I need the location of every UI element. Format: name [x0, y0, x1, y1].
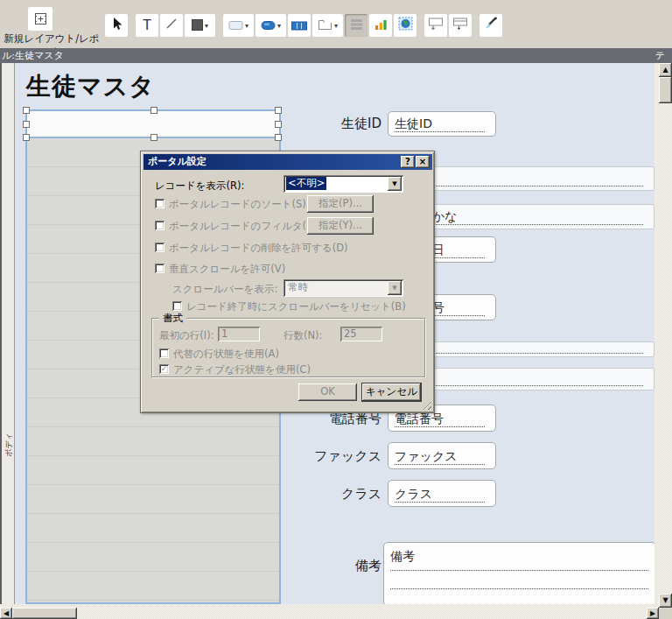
selection-handle[interactable] — [23, 121, 30, 128]
sort-specify-button[interactable]: 指定(P)... — [307, 195, 374, 213]
new-layout-report-button[interactable] — [28, 7, 52, 31]
insert-part-tool-button[interactable] — [449, 14, 472, 37]
scroll-right-button[interactable]: ▶ — [647, 608, 659, 619]
show-records-combobox[interactable]: <不明> ▼ — [284, 175, 403, 193]
phone-field-text: 電話番号 — [395, 411, 485, 427]
vertical-scrollbar[interactable]: ▲ ▼ — [659, 63, 672, 608]
chart-tool-button[interactable] — [369, 14, 392, 37]
text-tool-button[interactable]: T — [136, 14, 158, 37]
insert-part-icon — [452, 17, 468, 34]
button-tool-button[interactable]: ▾ — [256, 14, 286, 37]
field-tool-button[interactable]: ▾ — [223, 14, 254, 37]
selection-handle[interactable] — [150, 107, 158, 114]
combo-dropdown-button[interactable]: ▼ — [388, 281, 402, 295]
fax-label[interactable]: ファックス — [303, 448, 382, 465]
shape-icon — [192, 18, 203, 34]
filter-checkbox[interactable] — [155, 221, 164, 230]
format-painter-tool-button[interactable] — [480, 14, 502, 37]
format-group-label: 書式 — [159, 312, 186, 325]
kana-field-text: かな — [432, 209, 643, 225]
filter-specify-button[interactable]: 指定(Y)... — [307, 217, 374, 235]
student-id-field[interactable]: 生徒ID — [388, 111, 496, 137]
right-arrow-icon: ▶ — [650, 609, 655, 617]
allow-delete-checkbox[interactable] — [155, 243, 164, 252]
tab-control-icon — [318, 18, 332, 34]
button-bar-icon — [291, 18, 307, 34]
active-row-label: アクティブな行状態を使用(C) — [173, 363, 311, 376]
close-button[interactable]: × — [416, 156, 430, 168]
combo-down-arrow-icon: ▼ — [392, 285, 396, 292]
image-tool-button[interactable] — [394, 14, 416, 37]
button-bar-tool-button[interactable] — [288, 14, 311, 37]
shape-tool-button[interactable]: ▾ — [185, 14, 215, 37]
reset-scrollbar-checkbox[interactable] — [172, 301, 182, 311]
combo-dropdown-button[interactable]: ▼ — [388, 177, 402, 191]
format-groupbox: 書式 最初の行(I): 1 行数(N): 25 代替の行状態を使用(A) ✓ ア… — [151, 318, 425, 377]
first-row-input[interactable]: 1 — [218, 327, 260, 341]
selection-handle[interactable] — [23, 107, 30, 114]
show-records-label: レコードを表示(R): — [155, 179, 244, 193]
fax-field[interactable]: ファックス — [388, 442, 496, 469]
status-left-text: ル:生徒マスタ — [2, 48, 64, 63]
student-id-label[interactable]: 生徒ID — [303, 116, 382, 132]
scrollbar-show-value: 常時 — [286, 281, 310, 294]
vertical-scroll-label: 垂直スクロールを許可(V) — [169, 263, 285, 276]
select-tool-button[interactable] — [105, 14, 128, 37]
insert-field-icon — [428, 17, 444, 34]
text-tool-icon: T — [143, 18, 150, 33]
ok-button[interactable]: OK — [298, 383, 357, 401]
sort-checkbox[interactable] — [155, 199, 164, 208]
tab-control-tool-button[interactable]: ▾ — [312, 14, 343, 37]
fax-field-text: ファックス — [395, 449, 485, 465]
insert-field-tool-button[interactable] — [424, 14, 447, 37]
active-row-checkbox[interactable]: ✓ — [159, 364, 169, 374]
filter-label: ポータルレコードのフィルタ(F) — [169, 220, 316, 233]
student-id-field-text: 生徒ID — [395, 116, 485, 132]
dialog-title: ポータル設定 — [148, 156, 206, 167]
body-part-tab[interactable]: ボディ — [4, 433, 14, 457]
vertical-scroll-checkbox[interactable] — [155, 264, 164, 273]
scrollbar-corner — [659, 608, 672, 619]
notes-field-line2 — [390, 571, 648, 589]
row-count-input[interactable]: 25 — [340, 327, 382, 341]
combo-down-arrow-icon: ▼ — [392, 180, 396, 187]
scroll-down-button[interactable]: ▼ — [659, 594, 672, 608]
cursor-arrow-icon — [109, 17, 123, 34]
scroll-left-button[interactable]: ◀ — [0, 608, 12, 619]
part-label-strip: ボディ — [0, 63, 15, 604]
dialog-title-bar[interactable]: ポータル設定 ? × — [144, 154, 432, 170]
selection-handle[interactable] — [275, 107, 282, 114]
image-icon — [398, 17, 413, 34]
show-records-value: <不明> — [286, 177, 326, 190]
class-field[interactable]: クラス — [388, 480, 496, 507]
selection-handle[interactable] — [275, 134, 282, 141]
selection-handle[interactable] — [23, 134, 30, 141]
line-tool-button[interactable] — [160, 14, 183, 37]
selection-handle[interactable] — [150, 134, 158, 141]
cancel-button[interactable]: キャンセル — [362, 383, 421, 401]
scrollbar-show-combobox[interactable]: 常時 ▼ — [284, 279, 403, 297]
chevron-down-icon: ▾ — [334, 22, 338, 30]
chevron-down-icon: ▾ — [277, 22, 281, 30]
vertical-scroll-thumb[interactable] — [659, 77, 672, 103]
layout-title-text[interactable]: 生徒マスタ — [26, 70, 155, 103]
scrollbar-show-label: スクロールバーを表示: — [172, 283, 278, 296]
notes-field[interactable]: 備考 — [383, 542, 654, 604]
button-icon — [261, 18, 276, 34]
chevron-down-icon: ▾ — [245, 22, 248, 30]
help-button[interactable]: ? — [401, 156, 415, 168]
selection-handle[interactable] — [275, 121, 282, 128]
chevron-down-icon: ▾ — [205, 22, 208, 30]
alternate-row-label: 代替の行状態を使用(A) — [173, 348, 279, 361]
resize-grip[interactable] — [421, 399, 431, 410]
horizontal-scroll-thumb[interactable] — [12, 608, 77, 619]
class-label[interactable]: クラス — [303, 486, 382, 503]
reset-scrollbar-label: レコード終了時にスクロールバーをリセット(B) — [186, 300, 406, 313]
scroll-up-button[interactable]: ▲ — [659, 63, 672, 77]
alternate-row-checkbox[interactable] — [159, 348, 169, 358]
horizontal-scrollbar[interactable]: ◀ ▶ — [0, 608, 659, 619]
notes-label[interactable]: 備考 — [303, 558, 382, 574]
new-layout-icon — [34, 12, 47, 29]
line-icon — [164, 17, 178, 34]
portal-tool-button[interactable] — [345, 14, 368, 37]
